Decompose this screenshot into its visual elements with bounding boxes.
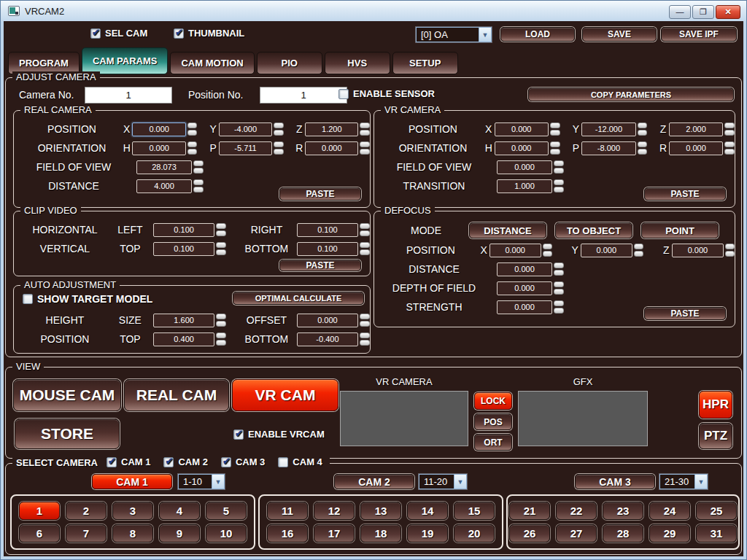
spinner[interactable] <box>550 141 560 155</box>
save-ipf-button[interactable]: SAVE IPF <box>661 27 737 42</box>
clip-right-field[interactable]: 0.100 <box>297 223 359 237</box>
optimal-calculate-button[interactable]: OPTIMAL CALCULATE <box>233 292 364 305</box>
real-camera-paste-button[interactable]: PASTE <box>279 187 361 201</box>
spinner[interactable] <box>554 300 564 314</box>
camera-number-button[interactable]: 22 <box>556 502 597 520</box>
vr-pos-z-field[interactable]: 2.000 <box>669 122 723 136</box>
minimize-button[interactable]: — <box>669 5 691 19</box>
vr-cam-button[interactable]: VR CAM <box>232 379 338 411</box>
camera-number-button[interactable]: 28 <box>603 524 643 542</box>
size-field[interactable]: 1.600 <box>153 314 215 327</box>
clip-left-field[interactable]: 0.100 <box>153 223 215 237</box>
camera-number-button[interactable]: 11 <box>267 502 308 520</box>
spinner[interactable] <box>724 141 735 155</box>
vr-pos-x-field[interactable]: 0.000 <box>495 122 549 136</box>
camera-number-button[interactable]: 24 <box>649 502 690 520</box>
vr-camera-paste-button[interactable]: PASTE <box>644 187 726 201</box>
clip-bottom-field[interactable]: 0.100 <box>297 242 359 256</box>
tab[interactable]: SETUP <box>392 52 458 74</box>
spinner[interactable] <box>274 141 284 155</box>
defocus-distance-field[interactable]: 0.000 <box>497 262 552 276</box>
tab[interactable]: HVS <box>325 52 390 74</box>
defocus-pos-z-field[interactable]: 0.000 <box>672 244 724 257</box>
offset-field[interactable]: 0.000 <box>297 314 359 327</box>
camera-number-button[interactable]: 3 <box>112 502 153 520</box>
camera-number-button[interactable]: 17 <box>314 524 355 542</box>
save-button[interactable]: SAVE <box>582 27 657 42</box>
real-fov-field[interactable]: 28.073 <box>136 160 192 174</box>
camera-no-field[interactable]: 1 <box>85 87 172 104</box>
spinner[interactable] <box>725 244 735 257</box>
camera-number-button[interactable]: 14 <box>407 502 448 520</box>
tab[interactable]: CAM PARAMS <box>82 47 169 74</box>
camera-number-button[interactable]: 5 <box>206 502 247 520</box>
camera-number-button[interactable]: 13 <box>360 502 401 520</box>
spinner[interactable] <box>216 242 226 255</box>
spinner[interactable] <box>724 122 735 136</box>
spinner[interactable] <box>360 223 370 236</box>
spinner[interactable] <box>274 122 284 136</box>
camera-number-button[interactable]: 31 <box>696 524 737 542</box>
spinner[interactable] <box>360 141 370 155</box>
depth-of-field-field[interactable]: 0.000 <box>497 281 552 295</box>
camera-number-button[interactable]: 7 <box>66 524 107 542</box>
real-cam-button[interactable]: REAL CAM <box>124 379 229 411</box>
spinner[interactable] <box>360 242 370 255</box>
pos-button[interactable]: POS <box>474 413 512 430</box>
cam-select-checkbox[interactable]: CAM 4 <box>278 456 322 467</box>
spinner[interactable] <box>187 141 198 155</box>
spinner[interactable] <box>638 141 648 155</box>
thumbnail-checkbox[interactable]: THUMBNAIL <box>174 28 244 39</box>
spinner[interactable] <box>216 332 226 346</box>
camera-number-button[interactable]: 15 <box>454 502 495 520</box>
vr-ori-p-field[interactable]: -8.000 <box>581 141 635 155</box>
vr-ori-r-field[interactable]: 0.000 <box>669 141 723 155</box>
defocus-pos-y-field[interactable]: 0.000 <box>581 244 632 257</box>
cam3-range-dropdown[interactable]: 21-30 ▼ <box>659 474 708 489</box>
position-no-field[interactable]: 1 <box>260 87 347 104</box>
ptz-button[interactable]: PTZ <box>699 423 732 449</box>
camera-number-button[interactable]: 1 <box>19 502 60 520</box>
spinner[interactable] <box>554 262 564 276</box>
mouse-cam-button[interactable]: MOUSE CAM <box>13 379 121 411</box>
camera-number-button[interactable]: 16 <box>267 524 308 542</box>
camera-number-button[interactable]: 18 <box>360 524 401 542</box>
show-target-model-checkbox[interactable]: SHOW TARGET MODEL <box>23 293 152 305</box>
defocus-paste-button[interactable]: PASTE <box>644 307 726 320</box>
real-pos-y-field[interactable]: -4.000 <box>219 122 272 136</box>
real-distance-field[interactable]: 4.000 <box>136 179 192 193</box>
spinner[interactable] <box>216 223 226 236</box>
title-bar[interactable]: VRCAM2 — ❐ ✕ <box>1 1 746 21</box>
spinner[interactable] <box>360 332 370 346</box>
defocus-pos-x-field[interactable]: 0.000 <box>489 244 541 257</box>
real-ori-r-field[interactable]: 0.000 <box>305 141 358 155</box>
camera-number-button[interactable]: 21 <box>509 502 550 520</box>
camera-number-button[interactable]: 27 <box>556 524 597 542</box>
real-pos-x-field[interactable]: 0.000 <box>132 122 185 136</box>
camera-number-button[interactable]: 25 <box>696 502 737 520</box>
sel-cam-checkbox[interactable]: SEL CAM <box>90 28 147 39</box>
spinner[interactable] <box>634 244 643 257</box>
copy-parameters-button[interactable]: COPY PARAMETERS <box>528 88 734 101</box>
camera-number-button[interactable]: 10 <box>206 524 247 542</box>
vr-fov-field[interactable]: 0.000 <box>497 160 552 174</box>
enable-vrcam-checkbox[interactable]: ENABLE VRCAM <box>233 429 325 440</box>
preset-dropdown[interactable]: [0] OA ▼ <box>416 27 492 42</box>
vr-ori-h-field[interactable]: 0.000 <box>495 141 549 155</box>
aa-top-field[interactable]: 0.400 <box>153 332 215 346</box>
camera-number-button[interactable]: 8 <box>112 524 153 542</box>
spinner[interactable] <box>638 122 648 136</box>
strength-field[interactable]: 0.000 <box>497 300 552 314</box>
camera-number-button[interactable]: 2 <box>66 502 107 520</box>
vr-transition-field[interactable]: 1.000 <box>497 179 552 193</box>
spinner[interactable] <box>187 122 198 136</box>
close-button[interactable]: ✕ <box>716 5 740 19</box>
clip-video-paste-button[interactable]: PASTE <box>279 260 361 271</box>
camera-number-button[interactable]: 20 <box>454 524 495 542</box>
enable-sensor-checkbox[interactable]: ENABLE SENSOR <box>338 88 435 99</box>
tab[interactable]: PIO <box>257 52 322 74</box>
camera-number-button[interactable]: 23 <box>603 502 643 520</box>
real-ori-p-field[interactable]: -5.711 <box>219 141 272 155</box>
vr-pos-y-field[interactable]: -12.000 <box>581 122 635 136</box>
spinner[interactable] <box>554 179 564 192</box>
